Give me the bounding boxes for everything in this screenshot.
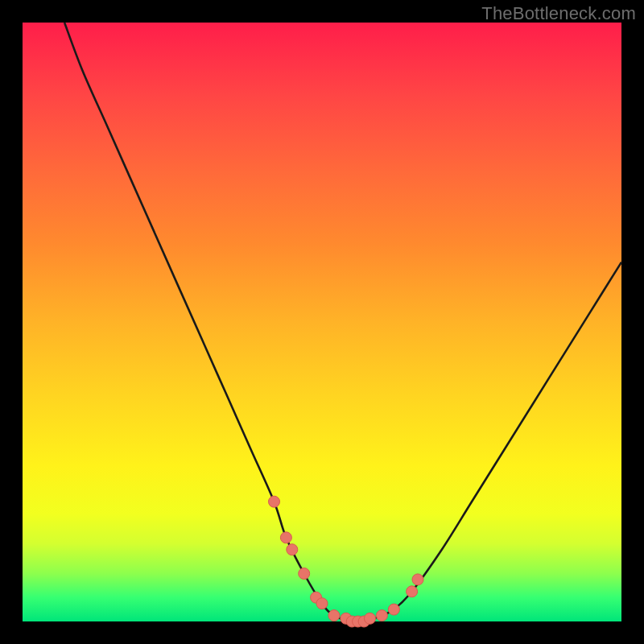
watermark-text: TheBottleneck.com bbox=[481, 3, 636, 24]
plot-area bbox=[23, 23, 621, 621]
marker-group bbox=[269, 496, 424, 627]
curve-marker bbox=[287, 544, 298, 555]
curve-marker bbox=[269, 496, 280, 507]
curve-marker bbox=[412, 574, 423, 585]
curve-marker bbox=[365, 613, 376, 624]
bottleneck-curve bbox=[64, 23, 621, 622]
curve-marker bbox=[316, 598, 328, 609]
curve-svg bbox=[23, 23, 621, 621]
curve-marker bbox=[299, 568, 310, 580]
curve-marker bbox=[280, 532, 291, 543]
chart-frame: TheBottleneck.com bbox=[0, 0, 644, 644]
curve-marker bbox=[328, 610, 340, 621]
curve-marker bbox=[376, 610, 387, 621]
curve-marker bbox=[388, 604, 399, 615]
curve-marker bbox=[407, 586, 418, 597]
